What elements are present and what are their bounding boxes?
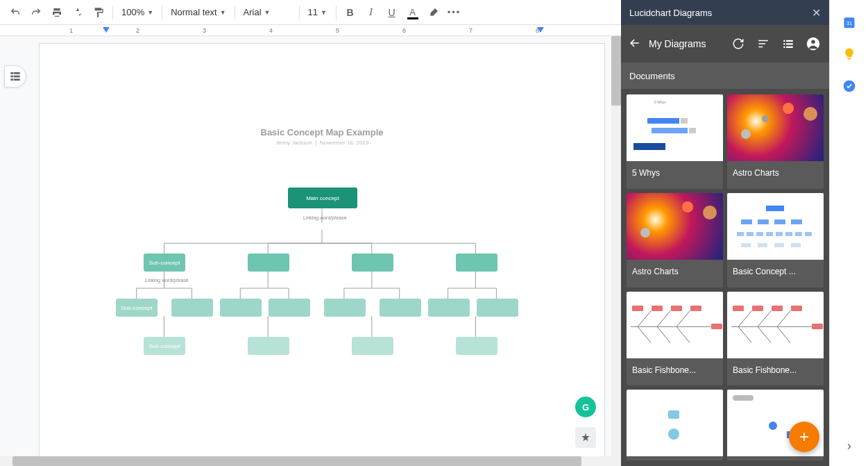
text-color-button[interactable]: A xyxy=(403,3,423,22)
sidepanel-header: Lucidchart Diagrams ✕ xyxy=(621,0,829,25)
account-icon[interactable] xyxy=(804,35,822,53)
page[interactable]: Basic Concept Map Example Jenny Jackson … xyxy=(39,43,605,466)
separator xyxy=(235,6,235,19)
svg-rect-7 xyxy=(758,43,765,44)
list-view-icon[interactable] xyxy=(779,35,797,53)
tasks-icon[interactable] xyxy=(842,79,856,93)
indent-marker-right[interactable] xyxy=(537,27,544,34)
leaf-box xyxy=(428,299,470,317)
svg-rect-14 xyxy=(786,47,793,48)
leaf-box: Sub-concept xyxy=(144,337,185,355)
leaf-box: Sub-concept xyxy=(116,299,158,317)
svg-rect-9 xyxy=(783,40,785,42)
refresh-icon[interactable] xyxy=(729,35,747,53)
diagram-card-partial[interactable] xyxy=(627,390,723,460)
document-outline-button[interactable] xyxy=(4,65,26,88)
spellcheck-button[interactable] xyxy=(68,3,87,22)
print-button[interactable] xyxy=(47,3,67,22)
diagram-card-astro[interactable]: Astro Charts xyxy=(727,94,824,189)
italic-button[interactable]: I xyxy=(361,3,381,22)
expand-rail-icon[interactable] xyxy=(844,442,854,453)
diagram-card-fishbone[interactable]: Basic Fishbone... xyxy=(727,292,824,386)
svg-rect-3 xyxy=(15,73,19,74)
document-meta: Jenny Jackson | November 18, 2019 xyxy=(40,140,604,146)
explore-button[interactable] xyxy=(575,427,596,448)
zoom-dropdown[interactable]: 100%▼ xyxy=(117,3,158,22)
highlight-button[interactable] xyxy=(424,3,443,22)
fontsize-value: 11 xyxy=(308,7,318,17)
svg-rect-6 xyxy=(758,40,768,42)
back-icon[interactable] xyxy=(628,36,642,52)
separator xyxy=(112,6,113,19)
grammarly-icon[interactable]: G xyxy=(575,397,596,417)
svg-text:31: 31 xyxy=(846,20,851,26)
diagram-label: Basic Concept ... xyxy=(727,260,824,283)
close-icon[interactable]: ✕ xyxy=(812,6,821,19)
leaf-box xyxy=(352,337,393,355)
separator xyxy=(162,6,162,19)
linking-label: Linking word/phrase xyxy=(303,215,347,220)
sidepanel-title: Lucidchart Diagrams xyxy=(629,8,712,18)
diagram-card-concept[interactable]: Basic Concept ... xyxy=(727,193,824,288)
bold-button[interactable]: B xyxy=(341,3,360,22)
leaf-box xyxy=(324,299,366,317)
undo-button[interactable] xyxy=(6,3,25,22)
paint-format-button[interactable] xyxy=(89,3,108,22)
leaf-box xyxy=(248,337,289,355)
leaf-box xyxy=(269,299,310,317)
style-value: Normal text xyxy=(171,7,216,17)
leaf-box xyxy=(220,299,262,317)
leaf-box xyxy=(171,299,213,317)
chevron-down-icon: ▼ xyxy=(321,9,327,16)
diagram-card-astro[interactable]: Astro Charts xyxy=(627,193,723,288)
font-dropdown[interactable]: Arial▼ xyxy=(239,3,295,22)
redo-button[interactable] xyxy=(26,3,46,22)
vertical-scrollbar[interactable] xyxy=(611,36,621,466)
diagram-card-5whys[interactable]: 5 Whys 5 Whys xyxy=(627,94,723,189)
svg-rect-12 xyxy=(786,43,793,44)
google-side-rail: 31 xyxy=(829,0,868,466)
leaf-box xyxy=(380,299,421,317)
font-value: Arial xyxy=(244,7,262,17)
scrollbar-thumb[interactable] xyxy=(12,456,581,466)
horizontal-scrollbar[interactable] xyxy=(0,456,621,466)
plus-icon: + xyxy=(799,427,809,447)
svg-rect-10 xyxy=(786,40,793,42)
more-button[interactable]: ••• xyxy=(445,3,464,22)
style-dropdown[interactable]: Normal text▼ xyxy=(167,3,230,22)
sub-concept-box xyxy=(248,253,289,272)
svg-rect-1 xyxy=(11,76,13,76)
sort-icon[interactable] xyxy=(754,35,772,53)
diagram-thumbnail xyxy=(727,193,824,260)
scrollbar-thumb[interactable] xyxy=(611,36,621,106)
diagram-label: Basic Fishbone... xyxy=(627,358,723,382)
svg-rect-5 xyxy=(15,79,19,80)
diagram-thumbnail xyxy=(727,94,824,161)
zoom-value: 100% xyxy=(121,7,144,17)
diagram-card-fishbone[interactable]: Basic Fishbone... xyxy=(627,292,723,386)
svg-rect-8 xyxy=(758,47,763,48)
concept-map-diagram: Main concept Linking word/phrase Sub-con… xyxy=(40,188,604,424)
indent-marker-left[interactable] xyxy=(103,27,110,34)
svg-point-16 xyxy=(811,40,815,44)
calendar-icon[interactable]: 31 xyxy=(842,15,856,29)
chevron-down-icon: ▼ xyxy=(147,9,153,16)
leaf-box xyxy=(477,299,518,317)
svg-rect-2 xyxy=(11,79,13,80)
new-diagram-fab[interactable]: + xyxy=(789,422,819,452)
document-area: Basic Concept Map Example Jenny Jackson … xyxy=(0,36,621,466)
keep-icon[interactable] xyxy=(842,47,856,61)
diagram-thumbnail xyxy=(627,292,723,358)
underline-button[interactable]: U xyxy=(382,3,402,22)
svg-rect-4 xyxy=(15,76,19,76)
chevron-down-icon: ▼ xyxy=(264,9,271,16)
sub-concept-box xyxy=(456,253,497,272)
sidepanel-nav: My Diagrams xyxy=(621,25,829,63)
fontsize-dropdown[interactable]: 11▼ xyxy=(304,3,332,22)
diagram-label: Astro Charts xyxy=(627,260,723,283)
lucidchart-sidepanel: Lucidchart Diagrams ✕ My Diagrams Docume… xyxy=(621,0,829,466)
svg-rect-13 xyxy=(783,47,785,48)
diagram-thumbnail xyxy=(727,292,824,358)
chevron-down-icon: ▼ xyxy=(220,9,226,16)
documents-section-header: Documents xyxy=(621,63,829,89)
